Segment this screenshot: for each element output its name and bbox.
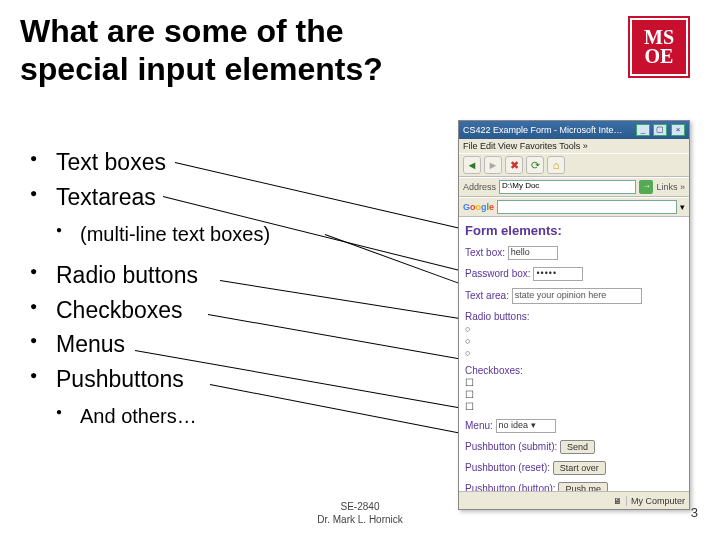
submit-button[interactable]: Send	[560, 440, 595, 454]
home-icon[interactable]: ⌂	[547, 156, 565, 174]
google-dropdown-icon[interactable]: ▾	[680, 202, 685, 212]
row-menu: Menu: no idea ▾	[465, 419, 683, 433]
row-reset: Pushbutton (reset): Start over	[465, 461, 683, 475]
bullet-textareas: Textareas (multi-line text boxes)	[30, 180, 410, 251]
checkbox-option[interactable]	[465, 389, 683, 400]
google-logo: Google	[463, 202, 494, 212]
password-input[interactable]: •••••	[533, 267, 583, 281]
bullet-pushbuttons-label: Pushbuttons	[56, 366, 184, 392]
bullet-menus: Menus	[30, 327, 410, 362]
reset-label: Pushbutton (reset):	[465, 462, 550, 473]
browser-menubar[interactable]: File Edit View Favorites Tools »	[459, 139, 689, 153]
radio-option[interactable]	[465, 323, 683, 334]
bullet-pushbuttons: Pushbuttons And others…	[30, 362, 410, 433]
menu-label: Menu:	[465, 420, 493, 431]
password-label: Password box:	[465, 268, 531, 279]
menu-value: no idea	[499, 420, 529, 430]
textarea-label: Text area:	[465, 290, 509, 301]
browser-titlebar: CS422 Example Form - Microsoft Inte… _ ▢…	[459, 121, 689, 139]
form-body: Form elements: Text box: hello Password …	[459, 217, 689, 493]
submit-label: Pushbutton (submit):	[465, 441, 557, 452]
textbox-label: Text box:	[465, 247, 505, 258]
row-checkboxes: Checkboxes:	[465, 365, 683, 412]
bullet-menus-label: Menus	[56, 331, 125, 357]
address-bar: Address D:\My Doc → Links »	[459, 177, 689, 197]
logo-line-2: OE	[630, 47, 688, 66]
slide-footer: SE-2840 Dr. Mark L. Hornick	[0, 500, 720, 526]
links-label[interactable]: Links »	[656, 182, 685, 192]
row-password: Password box: •••••	[465, 267, 683, 281]
msoe-logo: MS OE	[628, 16, 690, 78]
address-input[interactable]: D:\My Doc	[499, 180, 636, 194]
window-buttons: _ ▢ ×	[635, 124, 685, 136]
checkbox-option[interactable]	[465, 401, 683, 412]
go-icon[interactable]: →	[639, 180, 653, 194]
google-search-input[interactable]	[497, 200, 677, 214]
refresh-icon[interactable]: ⟳	[526, 156, 544, 174]
back-icon[interactable]: ◄	[463, 156, 481, 174]
radio-option[interactable]	[465, 347, 683, 358]
bullet-text-boxes-label: Text boxes	[56, 149, 166, 175]
sub-bullet-others: And others…	[56, 400, 410, 432]
bullet-radio-label: Radio buttons	[56, 262, 198, 288]
row-textbox: Text box: hello	[465, 246, 683, 260]
bullet-checkboxes-label: Checkboxes	[56, 297, 183, 323]
forward-icon[interactable]: ►	[484, 156, 502, 174]
browser-title: CS422 Example Form - Microsoft Inte…	[463, 125, 623, 135]
reset-button[interactable]: Start over	[553, 461, 606, 475]
textbox-input[interactable]: hello	[508, 246, 558, 260]
maximize-icon[interactable]: ▢	[653, 124, 667, 136]
browser-toolbar: ◄ ► ✖ ⟳ ⌂	[459, 153, 689, 177]
address-label: Address	[463, 182, 496, 192]
bullet-text-boxes: Text boxes	[30, 145, 410, 180]
row-textarea: Text area: state your opinion here	[465, 288, 683, 304]
radio-option[interactable]	[465, 335, 683, 346]
footer-author: Dr. Mark L. Hornick	[0, 513, 720, 526]
bullet-content: Text boxes Textareas (multi-line text bo…	[30, 145, 410, 440]
close-icon[interactable]: ×	[671, 124, 685, 136]
menu-select[interactable]: no idea ▾	[496, 419, 556, 433]
bullet-radio: Radio buttons	[30, 258, 410, 293]
slide-title: What are some of the special input eleme…	[20, 12, 440, 89]
radio-label: Radio buttons:	[465, 311, 530, 322]
row-radio: Radio buttons:	[465, 311, 683, 358]
form-heading: Form elements:	[465, 223, 683, 238]
row-submit: Pushbutton (submit): Send	[465, 440, 683, 454]
bullet-checkboxes: Checkboxes	[30, 293, 410, 328]
textarea-input[interactable]: state your opinion here	[512, 288, 642, 304]
slide: What are some of the special input eleme…	[0, 0, 720, 540]
checkbox-label: Checkboxes:	[465, 365, 523, 376]
checkbox-option[interactable]	[465, 377, 683, 388]
footer-course: SE-2840	[0, 500, 720, 513]
google-toolbar: Google ▾	[459, 197, 689, 217]
browser-window: CS422 Example Form - Microsoft Inte… _ ▢…	[458, 120, 690, 510]
stop-icon[interactable]: ✖	[505, 156, 523, 174]
page-number: 3	[691, 505, 698, 520]
minimize-icon[interactable]: _	[636, 124, 650, 136]
bullet-textareas-label: Textareas	[56, 184, 156, 210]
